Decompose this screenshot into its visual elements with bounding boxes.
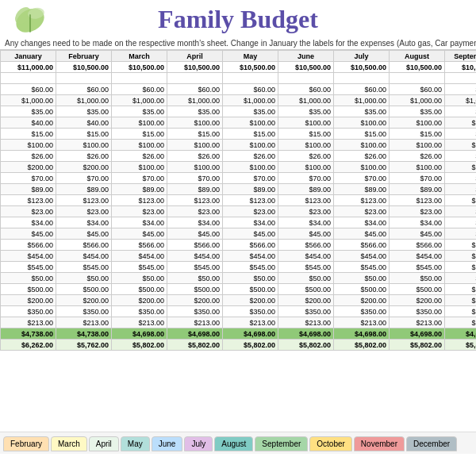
table-cell: $26.00 — [334, 151, 390, 162]
table-row: $15.00$15.00$15.00$15.00$15.00$15.00$15.… — [1, 129, 477, 140]
table-cell: $4,698.00 — [278, 328, 334, 340]
table-cell: $70.00 — [390, 173, 445, 184]
empty-row — [1, 73, 477, 84]
tab-may[interactable]: May — [121, 436, 150, 451]
table-cell: $26.00 — [223, 151, 278, 162]
table-cell: $10,500.00 — [278, 62, 334, 73]
table-cell: $70.00 — [334, 173, 390, 184]
table-cell: $23.00 — [278, 206, 334, 217]
table-cell: $50.00 — [445, 273, 477, 284]
table-cell: $100.00 — [445, 117, 477, 129]
table-cell: $34.00 — [334, 217, 390, 228]
table-cell — [112, 73, 167, 84]
table-cell: $35.00 — [56, 106, 112, 117]
table-cell: $89.00 — [56, 184, 112, 195]
table-cell: $213.00 — [1, 317, 56, 328]
table-cell: $100.00 — [334, 117, 390, 129]
page-title: Family Budget — [158, 5, 318, 34]
table-cell: $6,262.00 — [1, 340, 56, 351]
table-cell: $45.00 — [56, 228, 112, 240]
table-cell: $200.00 — [445, 295, 477, 306]
table-cell: $15.00 — [278, 129, 334, 140]
table-cell: $566.00 — [390, 240, 445, 251]
income-row: $11,000.00$10,500.00$10,500.00$10,500.00… — [1, 62, 477, 73]
tab-october[interactable]: October — [309, 436, 352, 451]
table-cell: $89.00 — [223, 184, 278, 195]
table-cell: $100.00 — [334, 140, 390, 151]
tab-december[interactable]: December — [406, 436, 457, 451]
table-cell: $35.00 — [167, 106, 223, 117]
table-cell: $100.00 — [223, 117, 278, 129]
tab-march[interactable]: March — [51, 436, 87, 451]
table-cell: $70.00 — [167, 173, 223, 184]
table-cell: $15.00 — [112, 129, 167, 140]
table-cell: $15.00 — [56, 129, 112, 140]
tab-bar: FebruaryMarchAprilMayJuneJulyAugustSepte… — [0, 432, 476, 454]
table-cell: $15.00 — [223, 129, 278, 140]
table-cell: $545.00 — [278, 262, 334, 273]
tab-august[interactable]: August — [214, 436, 253, 451]
table-cell: $89.00 — [1, 184, 56, 195]
table-row: $45.00$45.00$45.00$45.00$45.00$45.00$45.… — [1, 228, 477, 240]
table-cell: $60.00 — [334, 84, 390, 95]
table-cell: $23.00 — [334, 206, 390, 217]
table-cell: $500.00 — [56, 284, 112, 295]
table-cell: $213.00 — [167, 317, 223, 328]
table-cell: $35.00 — [278, 106, 334, 117]
tab-november[interactable]: November — [354, 436, 405, 451]
table-cell: $26.00 — [56, 151, 112, 162]
tab-february[interactable]: February — [3, 436, 49, 451]
table-cell: $5,802.00 — [167, 340, 223, 351]
table-cell: $1,000.00 — [390, 95, 445, 106]
table-cell: $4,698.00 — [112, 328, 167, 340]
table-cell: $350.00 — [445, 306, 477, 317]
table-cell: $34.00 — [390, 217, 445, 228]
table-cell: $4,698.00 — [223, 328, 278, 340]
table-cell: $100.00 — [56, 140, 112, 151]
tab-june[interactable]: June — [152, 436, 183, 451]
table-cell: $15.00 — [390, 129, 445, 140]
col-header-february: February — [56, 51, 112, 62]
table-cell: $500.00 — [1, 284, 56, 295]
table-cell: $45.00 — [167, 228, 223, 240]
table-row: $213.00$213.00$213.00$213.00$213.00$213.… — [1, 317, 477, 328]
table-cell: $1,000.00 — [56, 95, 112, 106]
table-cell: $50.00 — [223, 273, 278, 284]
table-cell: $545.00 — [334, 262, 390, 273]
table-cell: $10,500.00 — [56, 62, 112, 73]
table-cell: $34.00 — [112, 217, 167, 228]
table-cell: $34.00 — [167, 217, 223, 228]
table-cell: $60.00 — [1, 84, 56, 95]
table-cell: $26.00 — [167, 151, 223, 162]
table-cell: $15.00 — [334, 129, 390, 140]
tab-july[interactable]: July — [184, 436, 213, 451]
table-cell: $100.00 — [445, 140, 477, 151]
table-cell — [1, 73, 56, 84]
table-cell: $100.00 — [278, 162, 334, 173]
table-cell: $500.00 — [278, 284, 334, 295]
table-cell: $45.00 — [334, 228, 390, 240]
table-cell: $350.00 — [1, 306, 56, 317]
table-cell — [334, 73, 390, 84]
table-cell: $50.00 — [334, 273, 390, 284]
table-cell: $5,802.00 — [112, 340, 167, 351]
col-header-may: May — [223, 51, 278, 62]
table-cell: $35.00 — [223, 106, 278, 117]
table-cell: $26.00 — [112, 151, 167, 162]
total-row: $4,738.00$4,738.00$4,698.00$4,698.00$4,6… — [1, 328, 477, 340]
table-cell: $10,500.00 — [167, 62, 223, 73]
table-cell: $350.00 — [334, 306, 390, 317]
table-cell: $123.00 — [390, 195, 445, 206]
table-cell: $10,500.00 — [334, 62, 390, 73]
tab-april[interactable]: April — [89, 436, 119, 451]
table-cell: $213.00 — [56, 317, 112, 328]
col-header-august: August — [390, 51, 445, 62]
table-cell: $454.00 — [278, 251, 334, 262]
table-cell: $4,698.00 — [445, 328, 477, 340]
header: Family Budget — [0, 0, 476, 37]
table-cell: $34.00 — [278, 217, 334, 228]
table-cell: $34.00 — [1, 217, 56, 228]
table-cell: $123.00 — [112, 195, 167, 206]
table-cell: $5,802.00 — [223, 340, 278, 351]
tab-september[interactable]: September — [255, 436, 308, 451]
